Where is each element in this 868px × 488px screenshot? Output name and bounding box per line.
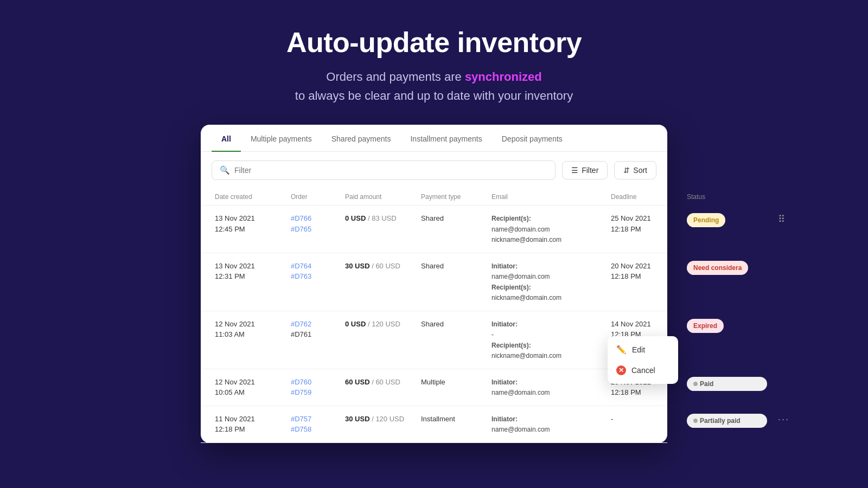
cell-actions [770, 253, 797, 266]
filter-icon: ☰ [571, 166, 578, 175]
header-date: Date created [212, 189, 288, 205]
toolbar: 🔍 ☰ Filter ⇵ Sort [201, 152, 667, 189]
order-plain: #D761 [291, 329, 339, 340]
cell-actions [770, 311, 797, 324]
status-badge: Expired [687, 319, 724, 333]
cell-status: Pending [684, 206, 770, 235]
cell-actions [770, 369, 797, 382]
order-link[interactable]: #D766 [291, 213, 339, 224]
tab-multiple-payments[interactable]: Multiple payments [241, 125, 322, 152]
filter-button[interactable]: ☰ Filter [562, 161, 608, 179]
hero-section: Auto-update inventory Orders and payment… [286, 0, 582, 125]
cell-order: #D760 #D759 [288, 369, 342, 406]
order-link[interactable]: #D763 [291, 271, 339, 282]
cell-email: Initiator: name@domain.com Recipient(s):… [488, 253, 608, 311]
cell-date: 12 Nov 202110:05 AM [212, 369, 288, 406]
cell-actions: ⠿ [770, 206, 797, 235]
edit-menu-item[interactable]: ✏️ Edit [608, 339, 678, 360]
table-row: 12 Nov 202110:05 AM #D760 #D759 60 USD /… [201, 369, 667, 406]
search-box[interactable]: 🔍 [212, 160, 556, 180]
table-row: 11 Nov 202112:18 PM #D757 #D758 30 USD /… [201, 406, 667, 443]
order-link[interactable]: #D757 [291, 414, 339, 425]
status-badge: Partially paid [687, 414, 767, 428]
table-header: Date created Order Paid amount Payment t… [201, 189, 667, 206]
table-row: 13 Nov 202112:31 PM #D764 #D763 30 USD /… [201, 253, 667, 311]
context-menu: ✏️ Edit ✕ Cancel [608, 336, 678, 384]
search-input[interactable] [234, 166, 547, 175]
cell-type: Shared [418, 311, 488, 337]
status-badge: Need considera [687, 261, 748, 275]
order-link[interactable]: #D759 [291, 387, 339, 398]
cell-date: 12 Nov 202111:03 AM [212, 311, 288, 348]
cell-order: #D766 #D765 [288, 206, 342, 242]
row-actions-button[interactable]: ··· [774, 412, 794, 427]
cell-type: Multiple [418, 369, 488, 395]
tab-bar: All Multiple payments Shared payments In… [201, 125, 667, 152]
header-paid: Paid amount [342, 189, 418, 205]
header-actions [770, 189, 797, 205]
cell-type: Shared [418, 253, 488, 279]
cell-order: #D757 #D758 [288, 406, 342, 442]
header-order: Order [288, 189, 342, 205]
order-link[interactable]: #D758 [291, 424, 339, 435]
page-title: Auto-update inventory [286, 26, 582, 59]
cell-status: Paid [684, 369, 770, 399]
cell-actions: ··· [770, 406, 797, 435]
cell-date: 13 Nov 202112:31 PM [212, 253, 288, 290]
main-card: All Multiple payments Shared payments In… [201, 125, 667, 443]
cell-paid: 0 USD / 83 USD [342, 206, 418, 232]
cell-status: Partially paid [684, 406, 770, 435]
order-link[interactable]: #D764 [291, 261, 339, 272]
cell-paid: 30 USD / 60 USD [342, 253, 418, 279]
tab-all[interactable]: All [212, 125, 241, 152]
status-badge: Pending [687, 213, 725, 227]
edit-icon: ✏️ [616, 345, 627, 355]
cell-paid: 0 USD / 120 USD [342, 311, 418, 337]
cell-date: 11 Nov 202112:18 PM [212, 406, 288, 442]
cell-order: #D762 #D761 [288, 311, 342, 348]
cell-type: Shared [418, 206, 488, 232]
tab-shared-payments[interactable]: Shared payments [322, 125, 401, 152]
header-status: Status [684, 189, 770, 205]
search-icon: 🔍 [220, 165, 230, 175]
status-badge: Paid [687, 377, 767, 391]
order-link[interactable]: #D762 [291, 319, 339, 330]
header-email: Email [488, 189, 608, 205]
cell-type: Installment [418, 406, 488, 432]
tab-deposit-payments[interactable]: Deposit payments [492, 125, 572, 152]
row-actions-button[interactable]: ⠿ [774, 211, 790, 227]
tab-installment-payments[interactable]: Installment payments [400, 125, 492, 152]
sort-icon: ⇵ [623, 166, 630, 175]
header-deadline: Deadline [608, 189, 684, 205]
cell-email: Recipient(s): name@domain.com nickname@d… [488, 206, 608, 253]
cell-email: Initiator: - Recipient(s): nickname@doma… [488, 311, 608, 369]
order-link[interactable]: #D765 [291, 224, 339, 235]
cell-email: Initiator: name@domain.com [488, 369, 608, 406]
cell-date: 13 Nov 202112:45 PM [212, 206, 288, 242]
cell-deadline: 20 Nov 202112:18 PM [608, 253, 684, 290]
cell-order: #D764 #D763 [288, 253, 342, 290]
cell-deadline: 25 Nov 202112:18 PM [608, 206, 684, 242]
cell-deadline: - [608, 406, 684, 432]
table-row: 12 Nov 202111:03 AM #D762 #D761 0 USD / … [201, 311, 667, 369]
cancel-icon: ✕ [616, 365, 626, 375]
hero-subtitle: Orders and payments are synchronized to … [286, 67, 582, 105]
table-row: 13 Nov 202112:45 PM #D766 #D765 0 USD / … [201, 206, 667, 253]
cancel-menu-item[interactable]: ✕ Cancel [608, 360, 678, 381]
cell-status: Expired [684, 311, 770, 341]
order-link[interactable]: #D760 [291, 377, 339, 388]
header-type: Payment type [418, 189, 488, 205]
cell-paid: 60 USD / 60 USD [342, 369, 418, 395]
cell-paid: 30 USD / 120 USD [342, 406, 418, 432]
sort-button[interactable]: ⇵ Sort [614, 161, 656, 179]
cell-email: Initiator: name@domain.com [488, 406, 608, 442]
cell-status: Need considera [684, 253, 770, 282]
